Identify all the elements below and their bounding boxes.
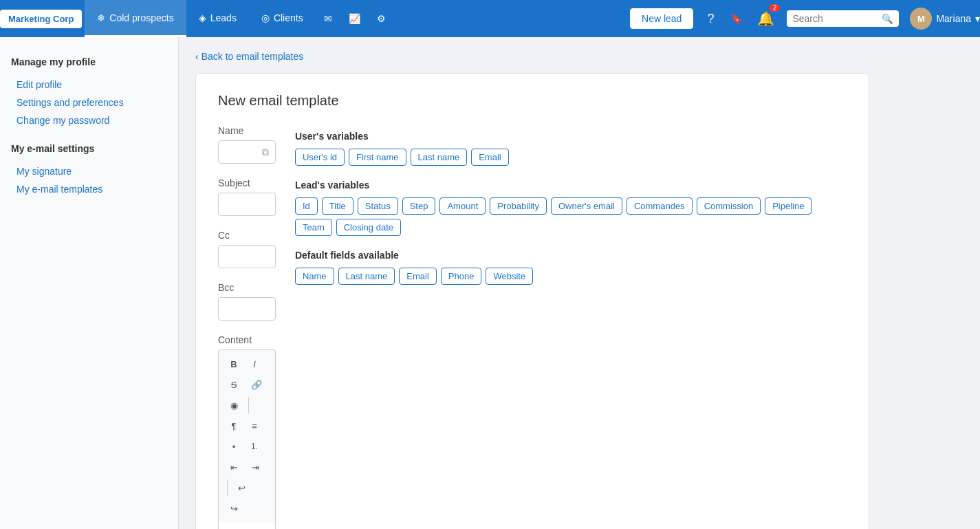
redo-button[interactable]: ↪: [224, 499, 244, 518]
var-chip-owners-email[interactable]: Owner's email: [551, 197, 622, 215]
form-card: New email template Name ⧉ Subject: [195, 73, 869, 529]
var-chip-title[interactable]: Title: [322, 197, 353, 215]
var-chip-name[interactable]: Name: [295, 268, 334, 285]
user-dropdown-chevron: ▾: [975, 13, 980, 24]
var-chip-last-name[interactable]: Last name: [411, 149, 468, 166]
content-editor[interactable]: [218, 522, 276, 529]
name-field-row: Name ⧉: [218, 125, 276, 164]
var-chip-user-id[interactable]: User's id: [295, 149, 345, 166]
var-chip-closing-date[interactable]: Closing date: [336, 219, 401, 236]
sidebar-section-title-email: My e-mail settings: [11, 143, 167, 154]
nav-tab-clients[interactable]: ◎ Clients: [249, 0, 316, 37]
new-lead-button[interactable]: New lead: [630, 8, 693, 29]
chart-nav-icon[interactable]: 📈: [340, 0, 369, 37]
var-chip-id[interactable]: Id: [295, 197, 318, 215]
sidebar-link-signature[interactable]: My signature: [11, 162, 167, 180]
back-link-label: Back to email templates: [202, 51, 304, 62]
indent-button[interactable]: ⇥: [246, 457, 265, 477]
sidebar-link-edit-profile[interactable]: Edit profile: [11, 76, 167, 94]
highlight-button[interactable]: ◉: [224, 396, 244, 415]
var-chip-amount[interactable]: Amount: [439, 197, 486, 215]
users-vars-section: User's variables User's id First name La…: [295, 131, 847, 166]
topnav: Marketing Corp ❄ Cold prospects ◈ Leads …: [0, 0, 980, 37]
cold-prospects-icon: ❄: [97, 12, 105, 23]
main-content: ‹ Back to email templates New email temp…: [179, 37, 980, 529]
content-label: Content: [218, 334, 276, 345]
copy-icon: ⧉: [262, 147, 269, 158]
align-button[interactable]: ≡: [245, 416, 264, 435]
var-chip-email-default[interactable]: Email: [399, 268, 437, 285]
default-vars-title: Default fields available: [295, 250, 847, 261]
default-vars-chips: Name Last name Email Phone Website: [295, 268, 847, 285]
sidebar-link-email-templates[interactable]: My e-mail templates: [11, 180, 167, 198]
search-input[interactable]: [792, 13, 882, 24]
editor-toolbar: B I S 🔗 ◉ ¶ ≡ • 1. ⇤ ⇥: [218, 349, 276, 522]
link-button[interactable]: 🔗: [245, 375, 268, 394]
leads-label: Leads: [210, 12, 237, 23]
variables-panel: User's variables User's id First name La…: [295, 125, 847, 299]
ordered-list-button[interactable]: 1.: [245, 437, 264, 456]
bcc-input[interactable]: [218, 297, 276, 321]
users-vars-chips: User's id First name Last name Email: [295, 149, 847, 166]
sidebar-section-profile: Manage my profile Edit profile Settings …: [11, 56, 167, 129]
var-chip-commission[interactable]: Commission: [697, 197, 761, 215]
content-field-row: Content B I S 🔗 ◉ ¶ ≡ • 1.: [218, 334, 276, 529]
bold-button[interactable]: B: [224, 354, 243, 374]
var-chip-last-name-default[interactable]: Last name: [338, 268, 395, 285]
var-chip-commandes[interactable]: Commandes: [627, 197, 693, 215]
settings-nav-icon[interactable]: ⚙: [369, 0, 394, 37]
bookmark-icon[interactable]: 🔖: [722, 0, 750, 37]
default-vars-section: Default fields available Name Last name …: [295, 250, 847, 285]
toolbar-separator-1: [248, 397, 249, 413]
clients-icon: ◎: [261, 12, 270, 23]
cold-prospects-label: Cold prospects: [109, 12, 173, 23]
strikethrough-button[interactable]: S: [224, 375, 243, 394]
var-chip-status[interactable]: Status: [358, 197, 398, 215]
sidebar-link-change-password[interactable]: Change my password: [11, 111, 167, 129]
sidebar-section-title-profile: Manage my profile: [11, 56, 167, 67]
form-title: New email template: [218, 93, 847, 109]
sidebar-section-email: My e-mail settings My signature My e-mai…: [11, 143, 167, 198]
search-box: 🔍: [787, 10, 899, 27]
toolbar-separator-2: [227, 479, 228, 496]
var-chip-phone[interactable]: Phone: [441, 268, 482, 285]
cc-field-row: Cc: [218, 230, 276, 268]
nav-tab-leads[interactable]: ◈ Leads: [186, 0, 249, 37]
user-avatar-wrap[interactable]: M Mariana ▾: [910, 8, 980, 30]
help-icon[interactable]: ?: [699, 0, 722, 37]
bullet-list-button[interactable]: •: [224, 437, 243, 456]
cc-input[interactable]: [218, 245, 276, 268]
outdent-button[interactable]: ⇤: [224, 457, 244, 477]
brand[interactable]: Marketing Corp: [0, 10, 82, 28]
subject-input[interactable]: [218, 193, 276, 216]
paragraph-button[interactable]: ¶: [224, 416, 243, 435]
avatar: M: [910, 8, 932, 30]
search-submit-button[interactable]: 🔍: [882, 14, 893, 24]
italic-button[interactable]: I: [245, 354, 264, 374]
undo-button[interactable]: ↩: [232, 478, 252, 497]
leads-vars-section: Lead's variables Id Title Status Step Am…: [295, 180, 847, 236]
users-vars-title: User's variables: [295, 131, 847, 142]
subject-field-row: Subject: [218, 177, 276, 216]
var-chip-email[interactable]: Email: [471, 149, 509, 166]
subject-label: Subject: [218, 177, 276, 188]
back-link[interactable]: ‹ Back to email templates: [195, 51, 963, 62]
bcc-label: Bcc: [218, 282, 276, 293]
sidebar-link-settings[interactable]: Settings and preferences: [11, 94, 167, 111]
sidebar: Manage my profile Edit profile Settings …: [0, 37, 179, 529]
var-chip-first-name[interactable]: First name: [349, 149, 406, 166]
bcc-field-row: Bcc: [218, 282, 276, 321]
user-name: Mariana: [936, 13, 971, 24]
var-chip-pipeline[interactable]: Pipeline: [765, 197, 812, 215]
clients-label: Clients: [274, 12, 303, 23]
var-chip-team[interactable]: Team: [295, 219, 332, 236]
var-chip-step[interactable]: Step: [402, 197, 436, 215]
notifications-icon[interactable]: 🔔 2: [750, 0, 781, 37]
nav-tab-cold-prospects[interactable]: ❄ Cold prospects: [85, 0, 186, 37]
email-nav-icon[interactable]: ✉: [316, 0, 340, 37]
name-label: Name: [218, 125, 276, 136]
leads-icon: ◈: [199, 12, 206, 23]
var-chip-probability[interactable]: Probability: [490, 197, 547, 215]
var-chip-website[interactable]: Website: [486, 268, 533, 285]
cc-label: Cc: [218, 230, 276, 241]
